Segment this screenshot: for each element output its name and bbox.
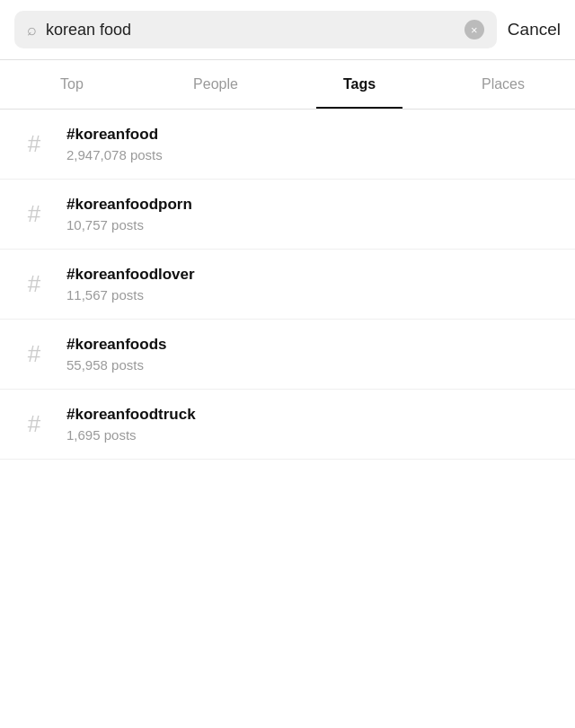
clear-icon[interactable]: × [464, 20, 484, 39]
tag-name: #koreanfoodtruck [66, 406, 196, 424]
search-input-wrapper: ⌕ × [14, 11, 497, 48]
tag-item[interactable]: # #koreanfoodtruck 1,695 posts [0, 390, 575, 460]
tag-item[interactable]: # #koreanfoodlover 11,567 posts [0, 250, 575, 320]
tab-top[interactable]: Top [0, 60, 144, 109]
hash-icon: # [18, 130, 50, 158]
tag-count: 10,757 posts [66, 217, 192, 232]
hash-icon: # [18, 270, 50, 298]
hash-icon: # [18, 410, 50, 438]
tag-info: #koreanfoodtruck 1,695 posts [66, 406, 196, 443]
tag-name: #koreanfoods [66, 336, 166, 354]
tabs: Top People Tags Places [0, 60, 575, 110]
tag-name: #koreanfood [66, 126, 163, 144]
tab-places[interactable]: Places [431, 60, 575, 109]
hash-icon: # [18, 340, 50, 368]
tab-tags[interactable]: Tags [288, 60, 431, 109]
tag-count: 1,695 posts [66, 427, 196, 443]
tag-info: #koreanfoods 55,958 posts [66, 336, 166, 373]
tag-count: 2,947,078 posts [66, 147, 163, 162]
tag-name: #koreanfoodlover [66, 266, 195, 284]
tag-info: #koreanfood 2,947,078 posts [66, 126, 163, 162]
search-icon: ⌕ [27, 21, 37, 39]
tag-item[interactable]: # #koreanfoods 55,958 posts [0, 320, 575, 390]
cancel-button[interactable]: Cancel [508, 20, 561, 39]
tag-count: 11,567 posts [66, 287, 195, 303]
search-bar: ⌕ × Cancel [0, 0, 575, 60]
tab-people[interactable]: People [144, 60, 288, 109]
search-input[interactable] [46, 21, 456, 39]
tag-item[interactable]: # #koreanfood 2,947,078 posts [0, 110, 575, 180]
tag-info: #koreanfoodlover 11,567 posts [66, 266, 195, 303]
tag-list: # #koreanfood 2,947,078 posts # #koreanf… [0, 110, 575, 460]
tag-count: 55,958 posts [66, 357, 166, 373]
hash-icon: # [18, 200, 50, 228]
tag-item[interactable]: # #koreanfoodporn 10,757 posts [0, 180, 575, 250]
tag-name: #koreanfoodporn [66, 196, 192, 214]
tag-info: #koreanfoodporn 10,757 posts [66, 196, 192, 232]
